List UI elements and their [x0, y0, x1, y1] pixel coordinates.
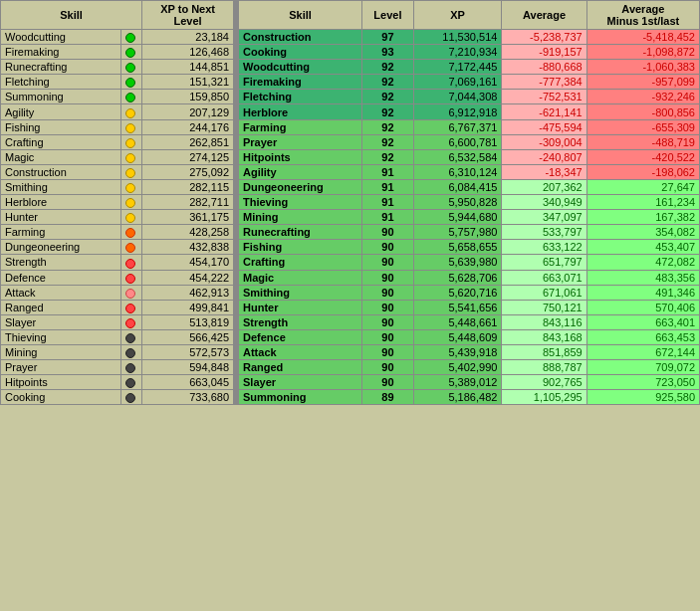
right-skill-level: 93 — [362, 45, 413, 60]
right-skill-avgml: -198,062 — [586, 164, 699, 179]
right-skill-avgml: -488,719 — [586, 134, 699, 149]
right-skill-avg: -752,531 — [502, 90, 586, 104]
right-skill-avg: 533,797 — [502, 225, 586, 240]
right-skill-xp: 6,084,415 — [413, 179, 502, 194]
skill-dot-icon — [125, 198, 135, 208]
table-row: Dungeoneering432,838 — [1, 240, 234, 255]
table-row: Woodcutting927,172,445-880,668-1,060,383 — [239, 60, 700, 75]
skill-dot-cell — [121, 255, 142, 270]
table-row: Construction275,092 — [1, 164, 234, 179]
right-skill-name: Strength — [239, 314, 362, 329]
right-skill-xp: 7,044,308 — [413, 90, 502, 104]
table-row: Attack462,913 — [1, 285, 234, 300]
skill-name: Herblore — [1, 195, 121, 210]
left-header-xp: XP to NextLevel — [142, 1, 234, 30]
table-row: Herblore282,711 — [1, 195, 234, 210]
right-skill-name: Defence — [239, 329, 362, 344]
table-row: Smithing282,115 — [1, 179, 234, 194]
right-skill-avg: 340,949 — [502, 195, 586, 210]
right-skill-avg: 1,105,295 — [502, 390, 586, 405]
right-skill-xp: 7,069,161 — [413, 75, 502, 90]
skill-dot-icon — [125, 259, 135, 269]
table-row: Prayer926,600,781-309,004-488,719 — [239, 134, 700, 149]
skill-dot-icon — [125, 378, 135, 388]
right-skill-avgml: -655,309 — [586, 119, 699, 134]
table-row: Summoning159,850 — [1, 90, 234, 104]
right-skill-avg: -475,594 — [502, 119, 586, 134]
right-skill-avgml: -800,856 — [586, 104, 699, 119]
right-skill-name: Crafting — [239, 255, 362, 270]
skill-name: Firemaking — [1, 45, 121, 60]
table-row: Thieving915,950,828340,949161,234 — [239, 195, 700, 210]
right-skill-xp: 6,600,781 — [413, 134, 502, 149]
right-skill-avg: 347,097 — [502, 210, 586, 225]
right-skill-avg: -309,004 — [502, 134, 586, 149]
xp-to-next: 126,468 — [142, 45, 234, 60]
skill-name: Magic — [1, 149, 121, 164]
skill-dot-cell — [121, 329, 142, 344]
right-skill-xp: 7,210,934 — [413, 45, 502, 60]
right-skill-xp: 7,172,445 — [413, 60, 502, 75]
right-skill-avg: -777,384 — [502, 75, 586, 90]
right-skill-name: Hitpoints — [239, 149, 362, 164]
skill-name: Strength — [1, 255, 121, 270]
right-skill-name: Smithing — [239, 285, 362, 300]
skill-dot-icon — [125, 63, 135, 73]
skill-name: Thieving — [1, 329, 121, 344]
xp-to-next: 159,850 — [142, 90, 234, 104]
right-skill-xp: 5,620,716 — [413, 285, 502, 300]
right-skill-avg: 851,859 — [502, 344, 586, 359]
xp-to-next: 513,819 — [142, 314, 234, 329]
table-row: Construction9711,530,514-5,238,737-5,418… — [239, 30, 700, 45]
skill-dot-icon — [125, 108, 135, 118]
table-row: Smithing905,620,716671,061491,346 — [239, 285, 700, 300]
right-skill-xp: 5,658,655 — [413, 240, 502, 255]
right-skill-xp: 5,639,980 — [413, 255, 502, 270]
right-skill-xp: 11,530,514 — [413, 30, 502, 45]
skill-name: Defence — [1, 270, 121, 285]
right-skill-name: Mining — [239, 210, 362, 225]
right-skill-xp: 5,944,680 — [413, 210, 502, 225]
right-skill-avgml: -957,099 — [586, 75, 699, 90]
right-skill-level: 91 — [362, 179, 413, 194]
right-skill-name: Firemaking — [239, 75, 362, 90]
right-skill-level: 90 — [362, 240, 413, 255]
table-row: Defence454,222 — [1, 270, 234, 285]
skill-dot-cell — [121, 285, 142, 300]
skill-dot-icon — [125, 318, 135, 328]
right-skill-name: Herblore — [239, 104, 362, 119]
skill-name: Smithing — [1, 179, 121, 194]
skill-dot-icon — [125, 393, 135, 403]
right-skill-name: Agility — [239, 164, 362, 179]
right-skill-avg: -880,668 — [502, 60, 586, 75]
table-row: Farming428,258 — [1, 225, 234, 240]
skill-dot-icon — [125, 348, 135, 358]
right-skill-level: 90 — [362, 360, 413, 375]
right-skill-avgml: -932,246 — [586, 90, 699, 104]
right-skill-avg: 671,061 — [502, 285, 586, 300]
right-skill-avgml: 672,144 — [586, 344, 699, 359]
right-skill-name: Thieving — [239, 195, 362, 210]
skill-dot-icon — [125, 153, 135, 163]
right-skill-avg: 888,787 — [502, 360, 586, 375]
skill-dot-cell — [121, 390, 142, 405]
right-skill-avg: 902,765 — [502, 375, 586, 390]
skill-name: Prayer — [1, 360, 121, 375]
skill-dot-icon — [125, 78, 135, 88]
right-skill-xp: 6,310,124 — [413, 164, 502, 179]
skill-name: Dungeoneering — [1, 240, 121, 255]
table-row: Crafting262,851 — [1, 134, 234, 149]
table-row: Attack905,439,918851,859672,144 — [239, 344, 700, 359]
right-skill-level: 91 — [362, 164, 413, 179]
table-row: Ranged499,841 — [1, 300, 234, 314]
skill-dot-icon — [125, 363, 135, 373]
right-skill-name: Runecrafting — [239, 225, 362, 240]
right-skill-name: Attack — [239, 344, 362, 359]
xp-to-next: 361,175 — [142, 210, 234, 225]
right-table: Skill Level XP Average AverageMinus 1st/… — [238, 0, 700, 405]
skill-dot-cell — [121, 119, 142, 134]
right-skill-xp: 5,541,656 — [413, 300, 502, 314]
table-row: Hitpoints926,532,584-240,807-420,522 — [239, 149, 700, 164]
skill-dot-cell — [121, 300, 142, 314]
right-skill-avg: -621,141 — [502, 104, 586, 119]
